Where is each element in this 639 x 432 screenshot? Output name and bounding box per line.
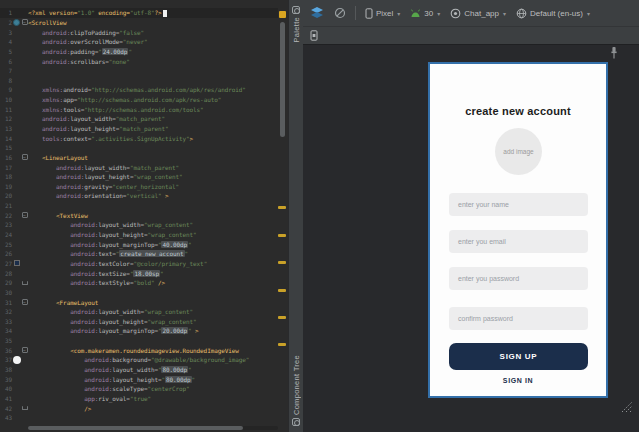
chevron-down-icon: ▾ <box>503 10 506 17</box>
preview-title-textview[interactable]: create new account <box>430 105 606 117</box>
editor-gutter: 24 <box>0 230 28 240</box>
code-line[interactable]: 30 <box>0 288 278 298</box>
editor-error-stripe[interactable] <box>278 0 288 432</box>
code-line[interactable]: 9 xmlns:android="http://schemas.android.… <box>0 85 278 95</box>
code-line[interactable]: 24 android:layout_height="wrap_content" <box>0 230 278 240</box>
preview-edittext-field[interactable]: enter your name <box>449 193 588 216</box>
code-line[interactable]: 28 android:textSize="18.00sp" <box>0 268 278 278</box>
code-line[interactable]: 12 android:layout_width="match_parent" <box>0 114 278 124</box>
fold-marker[interactable]: − <box>22 154 28 160</box>
scrollview-gutter-icon[interactable] <box>13 19 20 26</box>
warning-stripe-mark[interactable] <box>278 316 286 319</box>
pin-icon[interactable] <box>609 46 619 60</box>
editor-horizontal-scrollbar[interactable] <box>28 426 243 430</box>
render-options-button[interactable] <box>331 5 349 21</box>
code-line[interactable]: 38 android:layout_width="80.00dp" <box>0 365 278 375</box>
locale-selector-button[interactable]: Default (en-us) ▾ <box>513 6 593 21</box>
editor-vertical-scrollbar[interactable] <box>280 22 285 137</box>
code-line[interactable]: 31− <FrameLayout <box>0 297 278 307</box>
editor-gutter: 36− <box>0 345 28 355</box>
xml-editor[interactable]: 1<?xml version="1.0" encoding="utf-8"?>2… <box>0 0 288 432</box>
code-line[interactable]: 36− <com.makeramen.roundedimageview.Roun… <box>0 345 278 355</box>
line-number: 1 <box>0 9 12 16</box>
fold-marker[interactable]: − <box>22 212 28 218</box>
code-line[interactable]: 3 android:clipToPadding="false" <box>0 27 278 37</box>
preview-signin-link[interactable]: SIGN IN <box>430 377 606 384</box>
code-line[interactable]: 29 android:textStyle="bold" /> <box>0 278 278 288</box>
theme-selector-button[interactable]: Chat_app ▾ <box>447 6 509 21</box>
line-number: 14 <box>0 135 12 142</box>
api-version-selector-button[interactable]: 30 ▾ <box>407 7 443 20</box>
code-line[interactable]: 43 <box>0 413 278 423</box>
code-line[interactable]: 40 android:scaleType="centerCrop" <box>0 384 278 394</box>
code-line[interactable]: 39 android:layout_height="80.00dp" <box>0 374 278 384</box>
device-selector-button[interactable]: Pixel ▾ <box>362 6 403 21</box>
fold-end-marker[interactable] <box>22 406 28 410</box>
code-line[interactable]: 16− <LinearLayout <box>0 153 278 163</box>
file-warning-indicator[interactable] <box>279 11 286 18</box>
fold-marker[interactable]: − <box>22 19 28 25</box>
code-line[interactable]: 27 android:textColor="@color/primary_tex… <box>0 259 278 269</box>
code-line[interactable]: 19 android:gravity="center_horizontal" <box>0 182 278 192</box>
code-line[interactable]: 32 android:layout_width="wrap_content" <box>0 307 278 317</box>
code-line[interactable]: 35 <box>0 336 278 346</box>
warning-stripe-mark[interactable] <box>278 234 286 237</box>
fold-marker[interactable]: − <box>22 347 28 353</box>
code-line[interactable]: 41 app:riv_oval="true" <box>0 394 278 404</box>
chevron-down-icon: ▾ <box>397 10 400 17</box>
code-line[interactable]: 23 android:layout_width="wrap_content" <box>0 220 278 230</box>
component-tree-tab[interactable]: Component Tree <box>292 349 301 432</box>
code-line[interactable]: 37 android:background="@drawable/backgro… <box>0 355 278 365</box>
line-number: 39 <box>0 376 12 383</box>
code-text: android:textColor="@color/primary_text" <box>28 260 207 267</box>
code-line[interactable]: 14 tools:context=".activities.SignUpActi… <box>0 133 278 143</box>
code-line[interactable]: 1<?xml version="1.0" encoding="utf-8"?> <box>0 8 278 18</box>
code-line[interactable]: 8 <box>0 75 278 85</box>
line-number: 2 <box>0 19 12 26</box>
code-line[interactable]: 4 android:overScrollMode="never" <box>0 37 278 47</box>
editor-gutter: 11 <box>0 104 28 114</box>
code-line[interactable]: 13 android:layout_height="match_parent" <box>0 124 278 134</box>
canvas-resize-handle[interactable] <box>618 398 636 416</box>
device-preview-canvas[interactable]: create new account add image enter your … <box>428 62 608 398</box>
code-line[interactable]: 6 android:scrollbars="none" <box>0 56 278 66</box>
preview-signup-button[interactable]: SIGN UP <box>449 343 588 370</box>
component-tree-tab-label: Component Tree <box>292 355 301 415</box>
preview-edittext-field[interactable]: enter you password <box>449 267 588 290</box>
code-area[interactable]: 1<?xml version="1.0" encoding="utf-8"?>2… <box>0 8 278 423</box>
code-line[interactable]: 42 /> <box>0 403 278 413</box>
code-line[interactable]: 11 xmlns:tools="http://schemas.android.c… <box>0 104 278 114</box>
code-line[interactable]: 15 <box>0 143 278 153</box>
code-line[interactable]: 7 <box>0 66 278 76</box>
warning-stripe-mark[interactable] <box>278 289 286 292</box>
drawable-preview-icon[interactable] <box>13 356 21 364</box>
device-frame-toggle-button[interactable] <box>307 28 321 43</box>
code-line[interactable]: 2−<ScrollView <box>0 18 278 28</box>
warning-stripe-mark[interactable] <box>278 206 286 209</box>
code-line[interactable]: 34 android:layout_marginTop="20.00dp" > <box>0 326 278 336</box>
code-line[interactable]: 18 android:layout_height="wrap_content" <box>0 172 278 182</box>
editor-gutter: 40 <box>0 384 28 394</box>
code-line[interactable]: 25 android:layout_marginTop="40.00dp" <box>0 239 278 249</box>
code-line[interactable]: 20 android:orientation="vertical" > <box>0 191 278 201</box>
toolbar-separator <box>355 6 356 20</box>
warning-stripe-mark[interactable] <box>278 343 286 346</box>
warning-stripe-mark[interactable] <box>278 261 286 264</box>
code-line[interactable]: 10 xmlns:app="http://schemas.android.com… <box>0 95 278 105</box>
preview-edittext-field[interactable]: enter you email <box>449 230 588 253</box>
palette-tab[interactable]: Palette <box>292 0 301 48</box>
code-text: android:scrollbars="none" <box>28 58 130 65</box>
preview-add-image-circle[interactable]: add image <box>495 128 542 175</box>
preview-edittext-field[interactable]: confirm password <box>449 307 588 330</box>
code-line[interactable]: 17 android:layout_width="match_parent" <box>0 162 278 172</box>
design-surface-selector-button[interactable] <box>307 5 327 21</box>
code-line[interactable]: 5 android:padding="24.00dp" <box>0 47 278 57</box>
color-preview-swatch[interactable] <box>14 260 20 266</box>
code-line[interactable]: 21 <box>0 201 278 211</box>
fold-end-marker[interactable] <box>22 281 28 285</box>
code-line[interactable]: 26 android:text="create new account" <box>0 249 278 259</box>
line-number: 34 <box>0 327 12 334</box>
fold-marker[interactable]: − <box>22 299 28 305</box>
code-line[interactable]: 33 android:layout_height="wrap_content" <box>0 317 278 327</box>
code-line[interactable]: 22− <TextView <box>0 210 278 220</box>
